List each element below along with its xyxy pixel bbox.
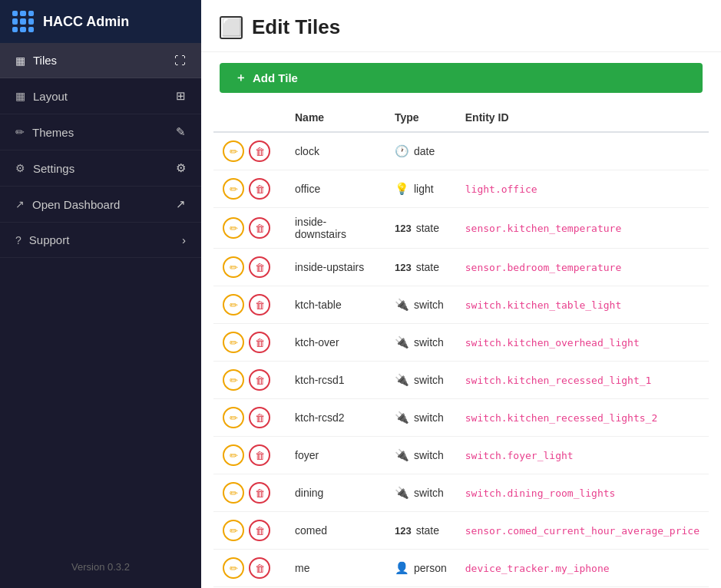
edit-tiles-icon: ⬜ (220, 16, 243, 39)
edit-button[interactable]: ✏ (223, 178, 244, 200)
entity-id: device_tracker.my_iphone (456, 550, 709, 587)
tile-type: 🔌 switch (395, 486, 447, 500)
entity-id: switch.kitchen_table_light (456, 286, 709, 324)
edit-button[interactable]: ✏ (223, 140, 244, 162)
delete-button[interactable]: 🗑 (249, 482, 270, 504)
themes-icon-right: ✎ (176, 125, 186, 139)
tile-type: 123 state (395, 524, 447, 537)
sidebar-item-open-dashboard[interactable]: ↗ Open Dashboard ↗ (0, 187, 201, 223)
edit-button[interactable]: ✏ (223, 482, 244, 504)
tile-name: dining (286, 474, 385, 512)
sidebar-header: HACC Admin (0, 0, 201, 43)
edit-button[interactable]: ✏ (223, 557, 244, 579)
version-text: Version 0.3.2 (0, 546, 201, 588)
row-actions: ✏ 🗑 (223, 332, 276, 353)
sidebar-label-settings: Settings (33, 162, 74, 175)
table-row: ✏ 🗑 foyer 🔌 switch switch.foyer_light (213, 437, 709, 474)
table-row: ✏ 🗑 dining 🔌 switch switch.dining_room_l… (213, 474, 709, 512)
app-logo-icon (12, 11, 34, 32)
tile-name: inside-upstairs (286, 249, 385, 286)
table-row: ✏ 🗑 me 👤 person device_tracker.my_iphone (213, 550, 709, 587)
edit-button[interactable]: ✏ (223, 444, 244, 466)
col-type: Type (385, 104, 456, 132)
entity-id: switch.dining_room_lights (456, 474, 709, 512)
app-title: HACC Admin (43, 14, 129, 30)
themes-icon: ✏ (15, 126, 25, 138)
entity-id: light.office (456, 170, 709, 208)
type-label: switch (414, 336, 444, 349)
tile-type: 123 state (395, 261, 447, 273)
delete-button[interactable]: 🗑 (249, 444, 270, 466)
settings-icon: ⚙ (15, 162, 25, 174)
delete-button[interactable]: 🗑 (249, 520, 270, 541)
sidebar-label-layout: Layout (33, 90, 68, 103)
tile-name: comed (286, 512, 385, 550)
tile-type: 💡 light (395, 182, 447, 196)
add-tile-label: Add Tile (253, 71, 298, 84)
layout-icon: ▦ (15, 90, 25, 102)
delete-button[interactable]: 🗑 (249, 332, 270, 353)
entity-id: switch.foyer_light (456, 437, 709, 474)
type-label: switch (414, 487, 444, 499)
tile-type: 🔌 switch (395, 411, 447, 424)
entity-id: switch.kitchen_recessed_light_1 (456, 362, 709, 399)
edit-button[interactable]: ✏ (223, 217, 244, 239)
delete-button[interactable]: 🗑 (249, 407, 270, 428)
sidebar-item-support[interactable]: ? Support › (0, 223, 201, 258)
type-icon: 👤 (395, 561, 409, 575)
edit-button[interactable]: ✏ (223, 520, 244, 541)
edit-button[interactable]: ✏ (223, 407, 244, 428)
edit-button[interactable]: ✏ (223, 369, 244, 391)
delete-button[interactable]: 🗑 (249, 294, 270, 315)
edit-button[interactable]: ✏ (223, 294, 244, 315)
tiles-icon: ▦ (15, 55, 25, 67)
sidebar-item-settings[interactable]: ⚙ Settings ⚙ (0, 150, 201, 187)
settings-gear-icon: ⚙ (176, 161, 186, 175)
main-content: ⬜ Edit Tiles ＋ Add Tile Name Type Entity… (201, 0, 721, 588)
tile-type: 🕐 date (395, 144, 447, 158)
sidebar-item-tiles[interactable]: ▦ Tiles ⛶ (0, 43, 201, 78)
type-icon: 🔌 (395, 448, 409, 462)
sidebar-label-support: Support (29, 233, 70, 246)
col-entity-id: Entity ID (456, 104, 709, 132)
add-tile-button[interactable]: ＋ Add Tile (220, 63, 703, 93)
tile-name: inside-downstairs (286, 208, 385, 249)
type-icon: 🔌 (395, 298, 409, 312)
type-icon: 🔌 (395, 486, 409, 500)
delete-button[interactable]: 🗑 (249, 140, 270, 162)
table-row: ✏ 🗑 inside-downstairs 123 state sensor.k… (213, 208, 709, 249)
tile-name: ktch-rcsd1 (286, 362, 385, 399)
delete-button[interactable]: 🗑 (249, 256, 270, 278)
delete-button[interactable]: 🗑 (249, 217, 270, 239)
row-actions: ✏ 🗑 (223, 256, 276, 278)
table-row: ✏ 🗑 inside-upstairs 123 state sensor.bed… (213, 249, 709, 286)
delete-button[interactable]: 🗑 (249, 557, 270, 579)
edit-button[interactable]: ✏ (223, 332, 244, 353)
type-label: light (414, 183, 434, 195)
type-num-icon: 123 (395, 262, 412, 273)
delete-button[interactable]: 🗑 (249, 369, 270, 391)
tile-name: foyer (286, 437, 385, 474)
edit-button[interactable]: ✏ (223, 256, 244, 278)
entity-id: sensor.kitchen_temperature (456, 208, 709, 249)
col-name: Name (286, 104, 385, 132)
sidebar-item-themes[interactable]: ✏ Themes ✎ (0, 114, 201, 150)
tile-name: me (286, 550, 385, 587)
row-actions: ✏ 🗑 (223, 369, 276, 391)
tile-type: 🔌 switch (395, 335, 447, 349)
sidebar-item-layout[interactable]: ▦ Layout ⊞ (0, 78, 201, 114)
table-row: ✏ 🗑 office 💡 light light.office (213, 170, 709, 208)
delete-button[interactable]: 🗑 (249, 178, 270, 200)
entity-id (456, 132, 709, 170)
type-icon: 🔌 (395, 373, 409, 387)
type-label: person (414, 562, 447, 574)
tile-name: ktch-table (286, 286, 385, 324)
table-row: ✏ 🗑 ktch-over 🔌 switch switch.kitchen_ov… (213, 324, 709, 362)
type-icon: 🕐 (395, 144, 409, 158)
tile-type: 123 state (395, 222, 447, 234)
sidebar-label-tiles: Tiles (33, 54, 57, 67)
type-label: switch (414, 449, 444, 461)
type-label: state (416, 524, 439, 537)
tile-name: ktch-rcsd2 (286, 399, 385, 437)
page-title: Edit Tiles (252, 15, 340, 39)
